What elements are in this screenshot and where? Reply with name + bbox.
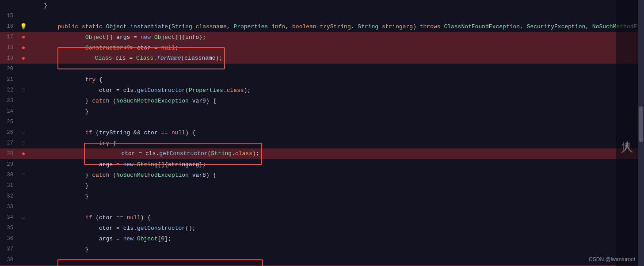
code-area: } 15 16 💡 public static Object instantia… xyxy=(0,0,644,266)
line-number: 20 xyxy=(0,66,19,72)
line-number: 27 xyxy=(0,140,19,146)
line-content: } xyxy=(28,2,644,9)
breakpoint-icon: ● xyxy=(19,55,28,62)
fold-icon: □ xyxy=(19,141,28,146)
line-number: 29 xyxy=(0,161,19,167)
right-decoration: 人 情 xyxy=(616,0,638,266)
line-number: 21 xyxy=(0,76,19,83)
line-number: 15 xyxy=(0,13,19,19)
line-number: 31 xyxy=(0,182,19,189)
line-number: 32 xyxy=(0,193,19,199)
line-number: 38 xyxy=(0,257,19,263)
line-icon-bulb: 💡 xyxy=(19,23,28,30)
csdn-watermark: CSDN @lwanturoot xyxy=(589,256,635,262)
line-number: 24 xyxy=(0,108,19,114)
line-number: 35 xyxy=(0,225,19,231)
code-line: } xyxy=(0,0,644,11)
line-number: 37 xyxy=(0,246,19,252)
line-number: 26 xyxy=(0,129,19,136)
fold-icon: □ xyxy=(19,130,28,135)
code-line-19: 19 ● Class cls = Class.forName(classname… xyxy=(0,53,644,64)
line-number: 18 xyxy=(0,45,19,51)
breakpoint-icon: ● xyxy=(19,34,28,41)
fold-icon: □ xyxy=(19,87,28,93)
line-number: 22 xyxy=(0,87,19,93)
breakpoint-icon: ● xyxy=(19,150,28,157)
line-number: 17 xyxy=(0,34,19,40)
code-editor: } 15 16 💡 public static Object instantia… xyxy=(0,0,644,266)
line-number: 25 xyxy=(0,119,19,125)
line-number: 34 xyxy=(0,214,19,220)
line-number: 30 xyxy=(0,172,19,178)
line-number: 23 xyxy=(0,98,19,104)
breakpoint-icon: ● xyxy=(19,44,28,51)
line-number: 28 xyxy=(0,151,19,157)
code-line: 32 } xyxy=(0,191,644,201)
code-line: 24 } xyxy=(0,106,644,117)
scrollbar[interactable] xyxy=(638,0,644,266)
line-number: 19 xyxy=(0,55,19,61)
line-number: 33 xyxy=(0,204,19,210)
scrollbar-thumb[interactable] xyxy=(639,106,643,142)
fold-icon: □ xyxy=(19,215,28,220)
line-number: 16 xyxy=(0,23,19,30)
line-content: return ctor.newInstance((Object[])args); xyxy=(28,253,644,266)
line-number: 36 xyxy=(0,236,19,242)
fold-icon: □ xyxy=(19,172,28,178)
